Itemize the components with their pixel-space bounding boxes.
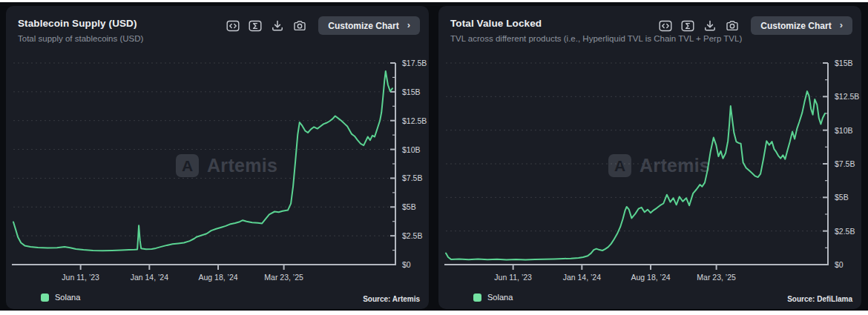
y-axis-label: $2.5B: [402, 231, 422, 240]
y-axis-label: $15B: [402, 87, 421, 96]
y-axis-label: $7.5B: [835, 159, 855, 168]
x-axis-label: Jun 11, ’23: [47, 273, 115, 282]
y-axis-label: $12.5B: [835, 92, 859, 101]
y-axis-label: $7.5B: [402, 173, 422, 182]
chart-plot-area[interactable]: [6, 6, 429, 309]
chart-panel-total-value-locked: Total Value Locked TVL across different …: [438, 6, 861, 309]
y-axis-label: $0: [835, 260, 844, 269]
legend-swatch: [41, 294, 49, 302]
y-axis-label: $17.5B: [402, 59, 427, 67]
legend-swatch: [473, 294, 481, 302]
x-axis-label: Jan 14, ’24: [115, 273, 183, 282]
legend-item-solana[interactable]: Solana: [41, 293, 80, 302]
x-axis-label: Mar 23, ’25: [250, 273, 318, 282]
y-axis-label: $5B: [835, 193, 849, 202]
chart-panel-stablecoin-supply: Stablecoin Supply (USD) Total supply of …: [6, 6, 429, 309]
x-axis-label: Mar 23, ’25: [683, 273, 751, 282]
source-attribution: Source: DefiLlama: [787, 295, 852, 303]
y-axis-label: $2.5B: [835, 227, 855, 236]
x-axis-label: Aug 18, ’24: [617, 273, 685, 282]
legend-item-solana[interactable]: Solana: [473, 293, 513, 302]
y-axis-label: $5B: [402, 202, 416, 211]
legend-label: Solana: [55, 293, 80, 302]
legend-label: Solana: [487, 293, 513, 302]
x-axis-label: Aug 18, ’24: [184, 273, 252, 282]
y-axis-label: $10B: [402, 145, 421, 154]
chart-plot-area[interactable]: [438, 6, 861, 309]
y-axis-label: $0: [402, 260, 411, 269]
x-axis-label: Jun 11, ’23: [479, 273, 548, 282]
y-axis-label: $10B: [835, 126, 853, 135]
source-attribution: Source: Artemis: [363, 295, 420, 303]
y-axis-label: $12.5B: [402, 116, 427, 125]
y-axis-label: $15B: [835, 59, 853, 67]
x-axis-label: Jan 14, ’24: [548, 273, 616, 282]
